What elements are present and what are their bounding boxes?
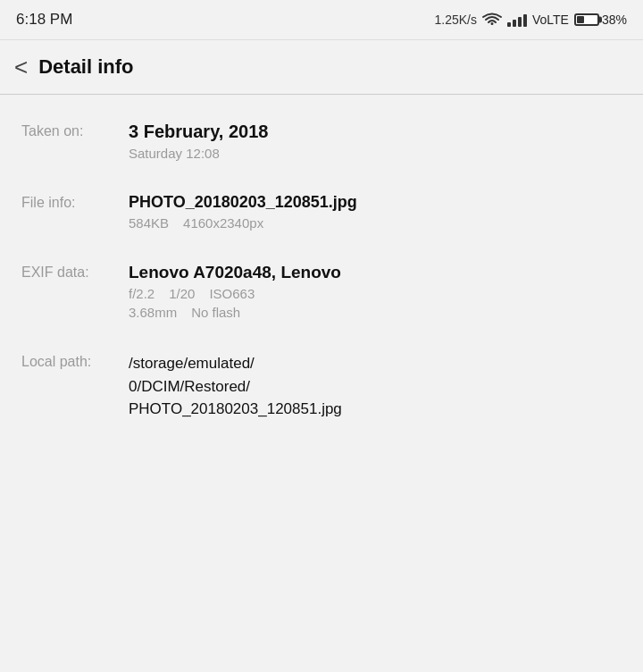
file-meta-row: 584KB 4160x2340px bbox=[129, 215, 357, 231]
exif-flash: No flash bbox=[191, 305, 240, 320]
taken-on-values: 3 February, 2018 Saturday 12:08 bbox=[129, 122, 268, 161]
signal-icon bbox=[507, 13, 527, 27]
exif-camera-row2: 3.68mm No flash bbox=[129, 305, 341, 320]
back-button[interactable]: < bbox=[14, 54, 28, 81]
local-path-section: Local path: /storage/emulated/0/DCIM/Res… bbox=[21, 352, 622, 421]
battery-icon bbox=[574, 13, 599, 26]
exif-device: Lenovo A7020a48, Lenovo bbox=[129, 263, 341, 282]
taken-on-section: Taken on: 3 February, 2018 Saturday 12:0… bbox=[21, 122, 622, 161]
exif-camera-row1: f/2.2 1/20 ISO663 bbox=[129, 286, 341, 301]
app-header: < Detail info bbox=[0, 40, 643, 94]
status-right: 1.25K/s VoLTE 38% bbox=[434, 13, 627, 27]
exif-values: Lenovo A7020a48, Lenovo f/2.2 1/20 ISO66… bbox=[129, 263, 341, 320]
file-dimensions: 4160x2340px bbox=[183, 215, 263, 231]
content-area: Taken on: 3 February, 2018 Saturday 12:0… bbox=[0, 95, 643, 480]
local-path-label: Local path: bbox=[21, 352, 129, 370]
filename: PHOTO_20180203_120851.jpg bbox=[129, 193, 357, 212]
local-path-values: /storage/emulated/0/DCIM/Restored/PHOTO_… bbox=[129, 352, 342, 421]
battery-level: 38% bbox=[602, 13, 627, 27]
status-bar: 6:18 PM 1.25K/s VoLTE 38% bbox=[0, 0, 643, 39]
status-time: 6:18 PM bbox=[16, 11, 72, 29]
file-info-label: File info: bbox=[21, 193, 129, 211]
exif-aperture: f/2.2 bbox=[129, 286, 154, 301]
taken-on-date: 3 February, 2018 bbox=[129, 122, 268, 142]
page-title: Detail info bbox=[38, 55, 133, 79]
file-size: 584KB bbox=[129, 215, 169, 231]
file-info-values: PHOTO_20180203_120851.jpg 584KB 4160x234… bbox=[129, 193, 357, 231]
taken-on-day-time: Saturday 12:08 bbox=[129, 146, 268, 161]
volte-label: VoLTE bbox=[532, 13, 569, 27]
battery-container: 38% bbox=[574, 13, 627, 27]
local-path-value: /storage/emulated/0/DCIM/Restored/PHOTO_… bbox=[129, 352, 342, 421]
network-speed: 1.25K/s bbox=[434, 13, 476, 27]
exif-shutter: 1/20 bbox=[169, 286, 195, 301]
taken-on-label: Taken on: bbox=[21, 122, 129, 139]
exif-iso: ISO663 bbox=[209, 286, 255, 301]
wifi-icon bbox=[482, 13, 502, 27]
file-info-section: File info: PHOTO_20180203_120851.jpg 584… bbox=[21, 193, 622, 231]
exif-focal: 3.68mm bbox=[129, 305, 177, 320]
exif-section: EXIF data: Lenovo A7020a48, Lenovo f/2.2… bbox=[21, 263, 622, 320]
exif-label: EXIF data: bbox=[21, 263, 129, 281]
